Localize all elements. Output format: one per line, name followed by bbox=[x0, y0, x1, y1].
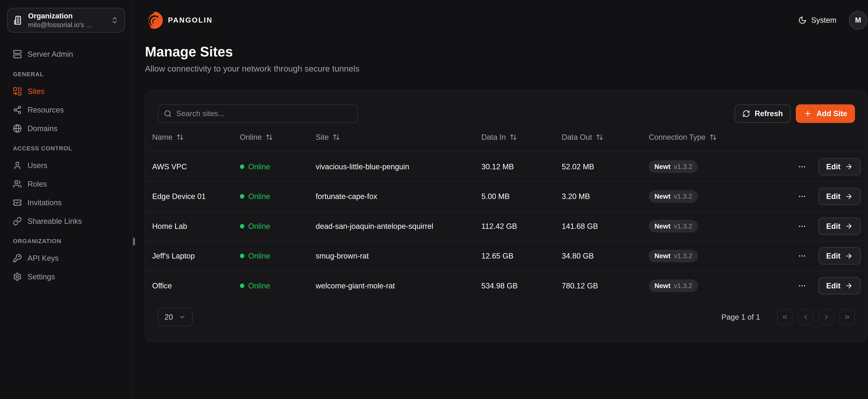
online-dot-icon bbox=[240, 164, 244, 169]
chevrons-up-down-icon bbox=[111, 16, 119, 24]
column-header-site[interactable]: Site bbox=[316, 133, 482, 142]
data-out: 34.80 GB bbox=[562, 252, 649, 260]
data-in: 5.00 MB bbox=[482, 192, 562, 201]
table-row: Jeff's Laptop Online smug-brown-rat 12.6… bbox=[146, 241, 867, 271]
search-input[interactable] bbox=[176, 109, 352, 118]
edit-button[interactable]: Edit bbox=[818, 247, 861, 265]
top-bar: PANGOLIN System M bbox=[133, 0, 868, 40]
avatar-initial: M bbox=[855, 16, 861, 24]
connection-type-badge: Newtv1.3.2 bbox=[649, 279, 698, 292]
brand-name: PANGOLIN bbox=[168, 16, 213, 24]
sidebar-item-sites[interactable]: Sites bbox=[7, 82, 125, 101]
sort-icon bbox=[710, 133, 717, 141]
column-header-online[interactable]: Online bbox=[240, 133, 316, 142]
sidebar-item-resources[interactable]: Resources bbox=[7, 100, 125, 119]
plus-icon bbox=[804, 110, 812, 118]
column-header-name[interactable]: Name bbox=[152, 133, 240, 142]
first-page-button[interactable] bbox=[777, 309, 793, 325]
sidebar-item-api-keys[interactable]: API Keys bbox=[7, 249, 125, 268]
sidebar-item-invitations[interactable]: Invitations bbox=[7, 193, 125, 212]
online-dot-icon bbox=[240, 194, 244, 198]
arrow-right-icon bbox=[845, 222, 853, 230]
online-dot-icon bbox=[240, 254, 244, 258]
data-in: 12.65 GB bbox=[482, 252, 562, 260]
sidebar-item-domains[interactable]: Domains bbox=[7, 119, 125, 138]
add-site-button[interactable]: Add Site bbox=[796, 104, 855, 123]
chevrons-left-icon bbox=[781, 313, 788, 321]
connection-type-badge: Newtv1.3.2 bbox=[649, 220, 698, 233]
globe-icon bbox=[13, 124, 22, 133]
online-dot-icon bbox=[240, 283, 244, 288]
combine-icon bbox=[13, 87, 22, 96]
link-icon bbox=[13, 217, 22, 226]
sidebar-item-users[interactable]: Users bbox=[7, 156, 125, 175]
refresh-icon bbox=[742, 110, 750, 118]
table-row: Home Lab Online dead-san-joaquin-antelop… bbox=[146, 211, 867, 241]
column-header-data-in[interactable]: Data In bbox=[482, 133, 562, 142]
moon-icon bbox=[798, 16, 807, 25]
sites-card: Refresh Add Site Name Onl bbox=[145, 91, 867, 341]
data-out: 52.02 MB bbox=[562, 162, 649, 171]
last-page-button[interactable] bbox=[839, 309, 855, 325]
edit-button[interactable]: Edit bbox=[818, 188, 861, 205]
search-box[interactable] bbox=[158, 104, 358, 123]
row-menu-button[interactable] bbox=[795, 160, 809, 174]
site-name: Office bbox=[152, 281, 240, 290]
sidebar-item-label: Sites bbox=[28, 87, 44, 96]
row-menu-button[interactable] bbox=[795, 279, 809, 293]
arrow-right-icon bbox=[845, 252, 853, 260]
site-name: Jeff's Laptop bbox=[152, 252, 240, 260]
sidebar-item-label: Domains bbox=[28, 124, 58, 133]
table-header-row: Name Online Site Data In Data Out bbox=[146, 123, 867, 152]
sidebar-item-roles[interactable]: Roles bbox=[7, 175, 125, 193]
sidebar-item-server-admin[interactable]: Server Admin bbox=[7, 45, 125, 64]
sidebar-item-label: Users bbox=[28, 161, 48, 170]
sidebar-section-organization: ORGANIZATION bbox=[13, 238, 125, 244]
sidebar-item-label: Settings bbox=[28, 272, 55, 281]
edit-button[interactable]: Edit bbox=[818, 218, 861, 235]
site-slug: fortunate-cape-fox bbox=[316, 192, 482, 201]
row-menu-button[interactable] bbox=[795, 249, 809, 263]
status-badge: Online bbox=[240, 281, 316, 290]
data-in: 534.98 GB bbox=[482, 281, 562, 290]
ticket-check-icon bbox=[13, 198, 22, 207]
row-menu-button[interactable] bbox=[795, 219, 809, 233]
app-root: Organization milo@fossorial.io's ... Ser… bbox=[0, 0, 868, 399]
share-icon bbox=[13, 105, 22, 115]
edit-button[interactable]: Edit bbox=[818, 277, 861, 295]
status-badge: Online bbox=[240, 252, 316, 260]
data-in: 30.12 MB bbox=[482, 162, 562, 171]
site-name: Home Lab bbox=[152, 222, 240, 231]
sidebar-section-general: GENERAL bbox=[13, 71, 125, 78]
theme-toggle[interactable]: System bbox=[798, 16, 836, 25]
row-menu-button[interactable] bbox=[795, 190, 809, 203]
page-size-select[interactable]: 20 bbox=[158, 308, 193, 326]
next-page-button[interactable] bbox=[818, 309, 834, 325]
previous-page-button[interactable] bbox=[798, 309, 813, 325]
sidebar-item-label: API Keys bbox=[28, 254, 59, 263]
avatar[interactable]: M bbox=[849, 11, 867, 30]
sort-icon bbox=[333, 133, 340, 141]
site-slug: dead-san-joaquin-antelope-squirrel bbox=[316, 222, 482, 231]
arrow-right-icon bbox=[845, 282, 853, 289]
org-switcher[interactable]: Organization milo@fossorial.io's ... bbox=[7, 8, 125, 32]
sort-icon bbox=[266, 133, 273, 141]
column-header-data-out[interactable]: Data Out bbox=[562, 133, 649, 142]
sidebar-item-shareable-links[interactable]: Shareable Links bbox=[7, 212, 125, 231]
site-name: Edge Device 01 bbox=[152, 192, 240, 201]
main-content: PANGOLIN System M Manage Sites Allow con… bbox=[133, 0, 868, 399]
page-title: Manage Sites bbox=[145, 44, 867, 60]
data-in: 112.42 GB bbox=[482, 222, 562, 231]
brand-logo: PANGOLIN bbox=[145, 11, 213, 30]
column-header-connection-type[interactable]: Connection Type bbox=[649, 133, 784, 142]
chevron-down-icon bbox=[179, 313, 186, 321]
server-icon bbox=[13, 50, 22, 59]
sidebar-item-settings[interactable]: Settings bbox=[7, 268, 125, 286]
edit-button[interactable]: Edit bbox=[818, 158, 861, 175]
sidebar-item-label: Server Admin bbox=[28, 50, 73, 59]
sidebar-item-label: Roles bbox=[28, 180, 47, 188]
site-slug: smug-brown-rat bbox=[316, 252, 482, 260]
refresh-button[interactable]: Refresh bbox=[735, 104, 791, 123]
connection-type-badge: Newtv1.3.2 bbox=[649, 250, 698, 263]
data-out: 141.68 GB bbox=[562, 222, 649, 231]
